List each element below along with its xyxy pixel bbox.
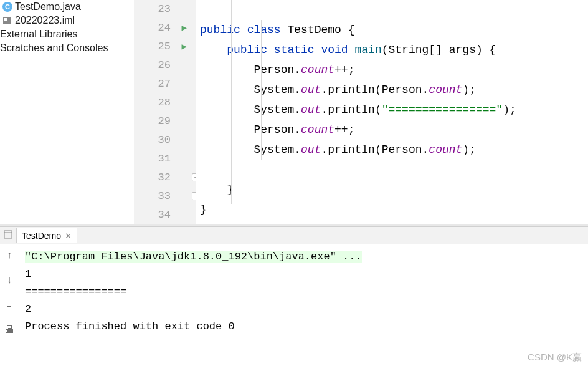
close-icon[interactable]: ✕ [65, 231, 72, 241]
code-line [200, 160, 588, 180]
sidebar-item-label: External Libraries [0, 29, 78, 40]
code-line: public static void main(String[] args) { [200, 40, 588, 60]
line-number: 29 [158, 115, 171, 127]
sidebar-item-testdemo[interactable]: C TestDemo.java [0, 0, 134, 14]
indent-guide [231, 0, 232, 204]
sidebar-item-label: Scratches and Consoles [0, 42, 108, 54]
code-line: System.out.println("================"); [200, 100, 588, 120]
code-line: } [200, 180, 588, 200]
iml-file-icon [2, 16, 12, 26]
line-number: 31 [158, 153, 171, 165]
line-number: 25 [158, 41, 171, 52]
code-line: Person.count++; [200, 60, 588, 80]
line-number: 33 [158, 190, 171, 202]
run-icon[interactable]: ▶ [182, 22, 187, 33]
down-arrow-icon[interactable]: ↓ [7, 274, 12, 286]
code-line [200, 219, 588, 239]
console-line: 2 [25, 301, 582, 318]
console-exit-line: Process finished with exit code 0 [25, 318, 582, 335]
console-tab-label: TestDemo [22, 231, 61, 241]
print-icon[interactable]: 🖶 [4, 324, 14, 335]
watermark: CSDN @K嬴 [528, 349, 582, 366]
code-line [200, 0, 588, 20]
java-class-icon: C [2, 2, 12, 12]
console-toolbar: ↑ ↓ ⭳ 🖶 [0, 244, 19, 371]
line-number: 26 [158, 59, 171, 71]
window-icon [4, 230, 16, 241]
editor-gutter: 23 24▶ 25▶ 26 27 28 29 30 31 32– 33– 34 [134, 0, 196, 224]
line-number: 28 [158, 97, 171, 108]
line-number: 27 [158, 78, 171, 90]
export-icon[interactable]: ⭳ [4, 299, 14, 311]
sidebar-item-external[interactable]: External Libraries [0, 27, 134, 41]
sidebar-item-label: TestDemo.java [15, 1, 81, 12]
code-line: System.out.println(Person.count); [200, 80, 588, 100]
line-number: 23 [158, 3, 171, 15]
code-line: Person.count++; [200, 120, 588, 140]
console-tab[interactable]: TestDemo ✕ [16, 228, 77, 243]
sidebar-item-scratches[interactable]: Scratches and Consoles [0, 41, 134, 55]
console-line: ================ [25, 283, 582, 301]
console-command: "C:\Program Files\Java\jdk1.8.0_192\bin\… [25, 251, 362, 263]
line-number: 34 [158, 209, 171, 221]
run-icon[interactable]: ▶ [182, 41, 187, 52]
svg-rect-1 [4, 18, 7, 21]
project-sidebar: C TestDemo.java 20220223.iml External Li… [0, 0, 134, 224]
sidebar-item-label: 20220223.iml [15, 15, 75, 26]
line-number: 32 [158, 171, 171, 183]
sidebar-item-iml[interactable]: 20220223.iml [0, 14, 134, 27]
console-line: 1 [25, 266, 582, 283]
code-editor[interactable]: public class TestDemo { public static vo… [196, 0, 588, 224]
line-number: 24 [158, 22, 171, 34]
run-console: TestDemo ✕ ↑ ↓ ⭳ 🖶 "C:\Program Files\Jav… [0, 226, 588, 371]
console-output[interactable]: "C:\Program Files\Java\jdk1.8.0_192\bin\… [19, 244, 588, 371]
code-line: System.out.println(Person.count); [200, 140, 588, 160]
line-number: 30 [158, 134, 171, 146]
code-line: public class TestDemo { [200, 20, 588, 40]
svg-rect-2 [4, 231, 12, 238]
indent-guide [261, 20, 262, 160]
code-line: } [200, 200, 588, 219]
up-arrow-icon[interactable]: ↑ [7, 249, 12, 261]
